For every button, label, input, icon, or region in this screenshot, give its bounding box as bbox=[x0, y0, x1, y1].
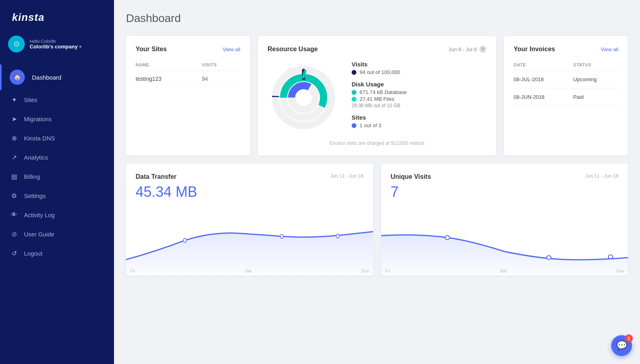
resource-footer: Excess visits are charged at $1/1000 vis… bbox=[268, 140, 486, 146]
nav-list: 🏠 Dashboard ✦ Sites ➤ Migrations ⊗ Kinst… bbox=[0, 60, 114, 364]
sidebar: kinsta ⊙ Hello Colorlib Colorlib's compa… bbox=[0, 0, 114, 364]
visits-legend: Visits 94 out of 100,000 bbox=[352, 61, 486, 75]
sites-col-name: NAME bbox=[136, 59, 202, 71]
sites-col-visits: VISITS bbox=[202, 59, 240, 71]
sites-dot bbox=[352, 123, 356, 128]
invoices-col-status: STATUS bbox=[573, 59, 618, 71]
main-content: Dashboard Your Sites View all NAME VISIT… bbox=[114, 0, 640, 364]
table-row: testing12394 bbox=[136, 71, 240, 87]
invoice-date: 08-JUN-2018 bbox=[514, 88, 573, 106]
invoice-status: Paid bbox=[573, 88, 618, 106]
your-invoices-card: Your Invoices View all DATE STATUS 08-JU… bbox=[504, 36, 628, 156]
invoices-table: DATE STATUS 08-JUL-2018Upcoming08-JUN-20… bbox=[514, 59, 618, 106]
donut-chart bbox=[268, 62, 340, 134]
chevron-down-icon: ▾ bbox=[79, 44, 81, 49]
sidebar-item-migrations[interactable]: ➤ Migrations bbox=[0, 109, 114, 128]
unique-visits-date: Jun 11 - Jun 18 bbox=[585, 173, 618, 179]
visits-dot bbox=[352, 70, 356, 75]
table-row: 08-JUN-2018Paid bbox=[514, 88, 618, 106]
disk-total: 28.08 MB out of 10 GB bbox=[352, 103, 486, 108]
invoice-status: Upcoming bbox=[573, 71, 618, 88]
logout-icon: ↺ bbox=[10, 249, 18, 258]
sites-legend: Sites 1 out of 3 bbox=[352, 114, 486, 128]
resource-card-title: Resource Usage bbox=[268, 46, 318, 53]
data-transfer-title: Data Transfer bbox=[136, 173, 176, 180]
invoice-date: 08-JUL-2018 bbox=[514, 71, 573, 88]
user-menu[interactable]: ⊙ Hello Colorlib Colorlib's company ▾ bbox=[0, 32, 114, 60]
user-guide-icon: ⊘ bbox=[10, 230, 18, 238]
logo: kinsta bbox=[0, 0, 114, 32]
your-sites-card: Your Sites View all NAME VISITS testing1… bbox=[126, 36, 250, 156]
sidebar-item-user-guide[interactable]: ⊘ User Guide bbox=[0, 224, 114, 244]
disk-usage-legend: Disk Usage 671.74 kB Database 27.41 MB F… bbox=[352, 81, 486, 108]
disk-database-dot bbox=[352, 90, 356, 95]
invoices-col-date: DATE bbox=[514, 59, 573, 71]
data-transfer-x-labels: Fri Sat Sun bbox=[126, 268, 373, 273]
sidebar-item-sites[interactable]: ✦ Sites bbox=[0, 90, 114, 109]
chat-badge: 3 bbox=[625, 334, 633, 342]
sidebar-item-label: Settings bbox=[24, 192, 46, 199]
resource-date-range: Jun 8 - Jul 8 ? bbox=[448, 46, 486, 53]
sidebar-item-label: Kinsta DNS bbox=[24, 135, 55, 142]
analytics-icon: ↗ bbox=[10, 153, 18, 162]
sidebar-item-label: Sites bbox=[24, 96, 37, 103]
site-name: testing123 bbox=[136, 71, 202, 87]
sites-card-title: Your Sites bbox=[136, 46, 167, 53]
unique-visits-x-labels: Fri Sat Sun bbox=[381, 268, 628, 273]
table-row: 08-JUL-2018Upcoming bbox=[514, 71, 618, 88]
svg-point-11 bbox=[445, 236, 449, 240]
sidebar-item-label: Migrations bbox=[24, 116, 52, 122]
invoices-card-title: Your Invoices bbox=[514, 46, 555, 53]
data-transfer-card: Data Transfer Jun 11 - Jun 18 45.34 MB bbox=[126, 164, 373, 276]
top-cards-row: Your Sites View all NAME VISITS testing1… bbox=[126, 36, 628, 156]
sidebar-item-label: Billing bbox=[24, 173, 40, 180]
invoices-view-all-link[interactable]: View all bbox=[600, 46, 618, 52]
user-info: Hello Colorlib Colorlib's company ▾ bbox=[30, 39, 106, 50]
sidebar-item-kinsta-dns[interactable]: ⊗ Kinsta DNS bbox=[0, 128, 114, 148]
data-transfer-date: Jun 11 - Jun 18 bbox=[330, 173, 364, 179]
bottom-cards-row: Data Transfer Jun 11 - Jun 18 45.34 MB bbox=[126, 164, 628, 276]
unique-visits-card: Unique Visits Jun 11 - Jun 18 7 bbox=[381, 164, 628, 276]
resource-body: Visits 94 out of 100,000 Disk Usage 671.… bbox=[268, 61, 486, 134]
data-transfer-chart: Fri Sat Sun bbox=[126, 212, 373, 276]
user-company: Colorlib's company ▾ bbox=[30, 44, 106, 50]
sidebar-item-label: Activity Log bbox=[24, 212, 55, 218]
page-title: Dashboard bbox=[126, 12, 628, 25]
sidebar-item-dashboard[interactable]: 🏠 Dashboard bbox=[0, 64, 114, 90]
sidebar-item-activity-log[interactable]: 👁 Activity Log bbox=[0, 205, 114, 224]
unique-visits-title: Unique Visits bbox=[391, 173, 431, 180]
sidebar-item-label: Logout bbox=[24, 250, 42, 257]
help-icon[interactable]: ? bbox=[479, 46, 486, 53]
svg-point-12 bbox=[546, 256, 551, 260]
svg-point-9 bbox=[280, 234, 283, 238]
sites-table: NAME VISITS testing12394 bbox=[136, 59, 240, 87]
user-hello: Hello Colorlib bbox=[30, 39, 106, 44]
data-transfer-header: Data Transfer Jun 11 - Jun 18 bbox=[136, 173, 364, 180]
chat-button[interactable]: 💬 3 bbox=[611, 335, 632, 356]
resource-header: Resource Usage Jun 8 - Jul 8 ? bbox=[268, 46, 486, 53]
sites-card-header: Your Sites View all bbox=[136, 46, 240, 53]
activity-log-icon: 👁 bbox=[10, 210, 18, 219]
migrations-icon: ➤ bbox=[10, 114, 18, 123]
sidebar-item-label: User Guide bbox=[24, 231, 54, 238]
sites-icon: ✦ bbox=[10, 95, 18, 104]
svg-point-13 bbox=[608, 255, 612, 259]
unique-visits-chart: Fri Sat Sun bbox=[381, 212, 628, 276]
sidebar-item-label: Dashboard bbox=[32, 74, 61, 81]
disk-files-dot bbox=[352, 97, 356, 102]
sidebar-item-billing[interactable]: ▤ Billing bbox=[0, 167, 114, 186]
unique-visits-header: Unique Visits Jun 11 - Jun 18 bbox=[391, 173, 619, 180]
invoices-card-header: Your Invoices View all bbox=[514, 46, 618, 53]
sidebar-item-settings[interactable]: ⚙ Settings bbox=[0, 186, 114, 205]
sidebar-item-logout[interactable]: ↺ Logout bbox=[0, 244, 114, 263]
sidebar-item-label: Analytics bbox=[24, 154, 48, 161]
resource-legend: Visits 94 out of 100,000 Disk Usage 671.… bbox=[352, 61, 486, 134]
unique-visits-value: 7 bbox=[391, 184, 619, 200]
user-avatar: ⊙ bbox=[8, 36, 25, 52]
dashboard-icon: 🏠 bbox=[10, 70, 25, 85]
billing-icon: ▤ bbox=[10, 172, 18, 181]
sites-view-all-link[interactable]: View all bbox=[222, 46, 240, 52]
resource-usage-card: Resource Usage Jun 8 - Jul 8 ? bbox=[258, 36, 496, 156]
sidebar-item-analytics[interactable]: ↗ Analytics bbox=[0, 148, 114, 167]
settings-icon: ⚙ bbox=[10, 191, 18, 200]
